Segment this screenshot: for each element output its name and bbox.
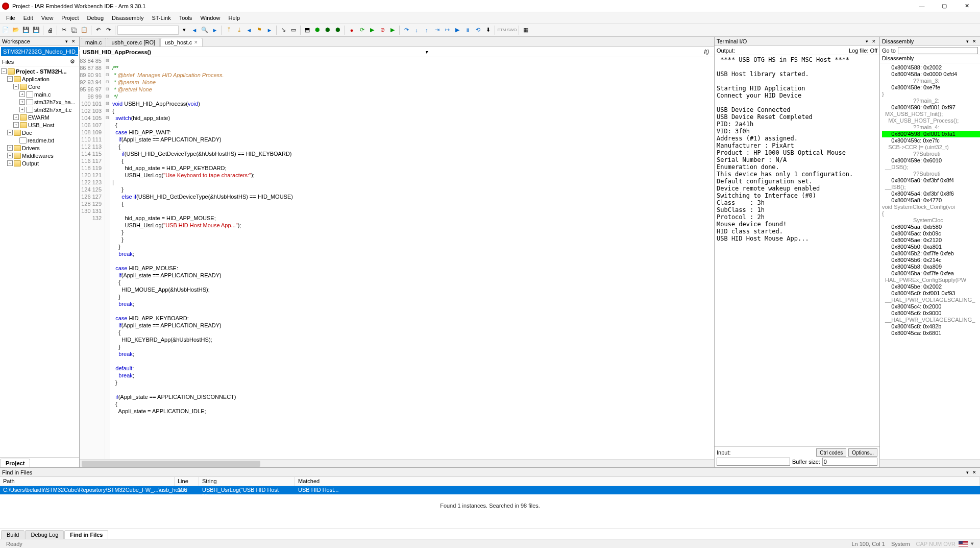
save-all-icon[interactable]: 💾 — [32, 26, 41, 35]
bottom-tab-build[interactable]: Build — [1, 530, 24, 539]
new-file-icon[interactable]: 📄 — [1, 26, 10, 35]
nav-fwd-icon[interactable]: ► — [210, 26, 219, 35]
expand-icon[interactable]: + — [7, 153, 13, 158]
tab-close-icon[interactable]: ✕ — [194, 40, 198, 45]
menu-view[interactable]: View — [37, 14, 58, 22]
col-matched[interactable]: Matched — [295, 477, 980, 486]
col-path[interactable]: Path — [0, 477, 175, 486]
tree-item[interactable]: −Application — [1, 75, 78, 83]
nav-next-icon[interactable]: ► — [265, 26, 274, 35]
fold-gutter[interactable]: ⊟ ⊟ ⊟ ⊟ ⊟ ⊟ ⊟ ⊟ ⊟ — [105, 57, 110, 459]
goto-icon[interactable]: ↘ — [279, 26, 288, 35]
collapse-icon[interactable]: − — [1, 68, 7, 74]
tree-item[interactable]: +Output — [1, 159, 78, 167]
horizontal-scrollbar[interactable] — [80, 459, 714, 467]
stop-icon[interactable]: ⊘ — [378, 26, 387, 35]
step-out-icon[interactable]: ↑ — [422, 26, 431, 35]
panel-close-icon[interactable]: ✕ — [971, 38, 978, 45]
tree-item[interactable]: +Drivers — [1, 144, 78, 152]
paste-icon[interactable]: 📋 — [80, 26, 89, 35]
panel-menu-icon[interactable]: ▾ — [964, 469, 971, 476]
reset-icon[interactable]: ⟲ — [473, 26, 482, 35]
ctrl-codes-button[interactable]: Ctrl codes — [816, 448, 846, 457]
goto-input[interactable] — [898, 47, 978, 54]
menu-debug[interactable]: Debug — [83, 14, 108, 22]
build-icon[interactable]: ⬢ — [323, 26, 332, 35]
find-result-row[interactable]: C:\Users\belaidfi\STM32Cube\Repository\S… — [0, 486, 980, 494]
redo-icon[interactable]: ↷ — [104, 26, 113, 35]
print-icon[interactable]: 🖨 — [45, 26, 55, 35]
run-icon[interactable]: ▶ — [453, 26, 462, 35]
tree-item[interactable]: readme.txt — [1, 136, 78, 144]
search-icon[interactable]: 🔍 — [200, 26, 209, 35]
editor-tab[interactable]: usb_host.c✕ — [160, 38, 203, 46]
expand-icon[interactable]: + — [7, 145, 13, 151]
panel-close-icon[interactable]: ✕ — [971, 469, 978, 476]
source-text[interactable]: /** * @brief Manages HID Application Pro… — [110, 57, 714, 459]
panel-close-icon[interactable]: ✕ — [70, 38, 77, 45]
next-stmt-icon[interactable]: ↦ — [443, 26, 452, 35]
make-icon[interactable]: ⬢ — [313, 26, 322, 35]
copy-icon[interactable]: ⿻ — [69, 26, 79, 35]
search-combo[interactable] — [117, 26, 179, 35]
collapse-icon[interactable]: − — [7, 76, 13, 82]
menu-tools[interactable]: Tools — [175, 14, 197, 22]
download-icon[interactable]: ⬇ — [483, 26, 493, 35]
panel-close-icon[interactable]: ✕ — [870, 38, 877, 45]
bottom-tab-debug-log[interactable]: Debug Log — [25, 530, 64, 539]
cut-icon[interactable]: ✂ — [59, 26, 68, 35]
debug-icon[interactable]: ▶ — [388, 26, 397, 35]
terminal-input[interactable] — [717, 458, 790, 466]
dropdown-icon[interactable]: ▾ — [180, 26, 189, 35]
bookmark-next-icon[interactable]: ⤓ — [234, 26, 243, 35]
config-dropdown[interactable]: STM32H7232G_Nucleo_HID_Stand ▾ — [1, 47, 78, 56]
function-list-icon[interactable]: f() — [702, 49, 711, 55]
maximize-button[interactable]: ▢ — [933, 1, 955, 12]
tree-item[interactable]: +stm32h7xx_it.c — [1, 106, 78, 113]
close-button[interactable]: ✕ — [955, 1, 978, 12]
breakpoint-icon[interactable]: ● — [347, 26, 356, 35]
editor-tab[interactable]: main.c — [81, 38, 106, 46]
disasm-scrollbar[interactable] — [880, 459, 980, 467]
code-area[interactable]: 83 84 85 86 87 88 89 90 91 92 93 94 95 9… — [80, 57, 714, 459]
expand-icon[interactable]: + — [13, 122, 19, 128]
menu-disassembly[interactable]: Disassembly — [108, 14, 148, 22]
disassembly-body[interactable]: 0x800'4588: 0x2002 0x800'458a: 0x0000 0x… — [880, 63, 980, 459]
buffer-size-input[interactable] — [822, 458, 877, 466]
minimize-button[interactable]: — — [911, 1, 933, 12]
pause-icon[interactable]: ⏸ — [463, 26, 472, 35]
flag-icon[interactable] — [959, 541, 968, 546]
project-tab[interactable]: Project — [0, 459, 30, 467]
editor-tab[interactable]: usbh_core.c [RO] — [107, 38, 160, 46]
tree-item[interactable]: −Core — [1, 83, 78, 90]
bookmark-icon[interactable]: ⚑ — [255, 26, 264, 35]
file-icon[interactable]: ▭ — [289, 26, 298, 35]
menu-project[interactable]: Project — [57, 14, 83, 22]
col-line[interactable]: Line — [175, 477, 199, 486]
expand-icon[interactable]: + — [13, 114, 19, 120]
menu-file[interactable]: File — [2, 14, 19, 22]
bookmark-prev-icon[interactable]: ⤒ — [224, 26, 233, 35]
panel-menu-icon[interactable]: ▾ — [863, 38, 870, 45]
restart-icon[interactable]: ⟳ — [357, 26, 366, 35]
tree-item[interactable]: +EWARM — [1, 113, 78, 121]
collapse-icon[interactable]: − — [13, 84, 19, 89]
step-into-icon[interactable]: ↓ — [412, 26, 421, 35]
nav-prev-icon[interactable]: ◄ — [244, 26, 254, 35]
etm-icon[interactable]: ETM — [497, 26, 506, 35]
step-over-icon[interactable]: ↷ — [402, 26, 411, 35]
compile-icon[interactable]: ⬒ — [303, 26, 312, 35]
col-string[interactable]: String — [199, 477, 295, 486]
menu-edit[interactable]: Edit — [19, 14, 37, 22]
swo-icon[interactable]: SWO — [507, 26, 517, 35]
tree-item[interactable]: +stm32h7xx_ha... — [1, 98, 78, 106]
chip-icon[interactable]: ▦ — [521, 26, 530, 35]
panel-menu-icon[interactable]: ▾ — [964, 38, 971, 45]
expand-icon[interactable]: + — [19, 107, 25, 112]
undo-icon[interactable]: ↶ — [93, 26, 103, 35]
options-button[interactable]: Options... — [848, 448, 877, 457]
expand-icon[interactable]: + — [19, 99, 25, 105]
go-icon[interactable]: ▶ — [368, 26, 377, 35]
open-icon[interactable]: 📂 — [11, 26, 20, 35]
gear-icon[interactable]: ⚙ — [70, 58, 77, 65]
